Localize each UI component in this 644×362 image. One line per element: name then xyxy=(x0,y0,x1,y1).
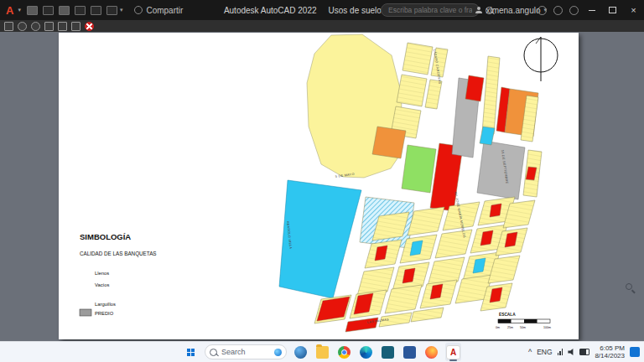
zoom-icon[interactable] xyxy=(31,22,40,31)
share-button[interactable]: Compartir xyxy=(134,6,183,15)
taskbar-app-firefox[interactable] xyxy=(423,343,439,361)
save-icon[interactable] xyxy=(59,6,70,15)
open-file-icon[interactable] xyxy=(43,6,54,15)
search-icon xyxy=(210,349,217,356)
undo-icon[interactable] xyxy=(91,6,101,15)
scale-tick: 100m xyxy=(543,326,551,329)
taskbar-app-chrome[interactable] xyxy=(336,343,352,361)
drawing-canvas[interactable]: LÁZARO CÁRDENAS 5 DE MAYO AV. JOSÉ MARÍA… xyxy=(59,33,579,339)
start-button[interactable] xyxy=(183,343,199,361)
window-title: Autodesk AutoCAD 2022 Usos de suelo.dwg xyxy=(224,6,399,15)
taskbar-search[interactable]: Search xyxy=(205,344,287,359)
help-icon[interactable] xyxy=(569,6,579,15)
user-icon xyxy=(475,7,482,13)
time: 6:05 PM xyxy=(595,344,625,352)
green-block xyxy=(402,145,436,193)
folder-icon xyxy=(316,346,329,359)
battery-icon[interactable] xyxy=(579,349,589,355)
notification-center-icon[interactable] xyxy=(630,347,640,357)
scale-tick: 0m xyxy=(496,326,500,329)
close-button[interactable]: × xyxy=(623,0,644,20)
legend-item-predio: PREDIO xyxy=(95,311,114,316)
print-icon[interactable] xyxy=(75,6,86,15)
north-arrow[interactable] xyxy=(524,37,558,81)
app-store-icon[interactable] xyxy=(538,6,547,15)
widgets-icon xyxy=(294,346,307,359)
word-icon xyxy=(403,346,416,359)
taskbar-app-autocad[interactable]: A xyxy=(445,343,461,361)
search-assistant-icon xyxy=(274,349,282,356)
taskbar-app-teams[interactable] xyxy=(380,343,396,361)
parcel-blocks[interactable] xyxy=(279,34,542,332)
redo-icon[interactable] xyxy=(106,6,117,15)
close-icon: × xyxy=(631,5,636,15)
minimize-button[interactable] xyxy=(581,0,602,20)
volume-icon[interactable] xyxy=(568,349,574,355)
user-name: ximena.angulo xyxy=(486,6,540,15)
predio-swatch xyxy=(80,309,91,316)
orange-block xyxy=(372,127,406,158)
layout-paper[interactable]: LÁZARO CÁRDENAS 5 DE MAYO AV. JOSÉ MARÍA… xyxy=(59,33,579,339)
windows-taskbar: Search A ^ ENG 6:05 PM 8/14/2023 xyxy=(0,341,644,362)
taskbar-search-label: Search xyxy=(221,348,246,356)
title-bar: A ▾ ▾ Compartir Autodesk AutoCAD 2022 Us… xyxy=(0,0,644,20)
taskbar-app-word[interactable] xyxy=(402,343,418,361)
view-toolbar xyxy=(0,20,644,32)
new-file-icon[interactable] xyxy=(27,6,38,15)
windows-logo-icon xyxy=(187,349,195,356)
legend-subtitle: CALIDAD DE LAS BANQUETAS xyxy=(80,251,157,257)
clock[interactable]: 6:05 PM 8/14/2023 xyxy=(595,344,625,359)
autocad-icon: A xyxy=(446,345,460,359)
grid-icon[interactable] xyxy=(58,22,67,31)
measure-icon[interactable] xyxy=(71,22,80,31)
scale-bar: ESCALA 0m 25m 50m 100m xyxy=(496,313,551,329)
date: 8/14/2023 xyxy=(595,352,625,359)
legend-item: Llenos xyxy=(95,271,109,276)
app-title: Autodesk AutoCAD 2022 xyxy=(224,6,317,15)
model-canvas[interactable]: LÁZARO CÁRDENAS 5 DE MAYO AV. JOSÉ MARÍA… xyxy=(0,32,644,342)
share-label: Compartir xyxy=(146,6,183,15)
pan-icon[interactable] xyxy=(18,22,27,31)
taskbar-app-edge[interactable] xyxy=(358,343,374,361)
qat-dropdown-icon[interactable]: ▾ xyxy=(120,7,123,13)
network-icon[interactable] xyxy=(558,349,564,355)
scale-tick: 50m xyxy=(520,326,526,329)
minimize-icon xyxy=(589,10,595,11)
scale-tick: 25m xyxy=(507,326,513,329)
workspace-icon[interactable] xyxy=(4,22,13,31)
maximize-button[interactable] xyxy=(602,0,623,20)
legend: SIMBOLOGÍA CALIDAD DE LAS BANQUETAS Llen… xyxy=(80,232,157,316)
maximize-icon xyxy=(609,7,616,13)
help-search-box[interactable] xyxy=(381,3,480,17)
legend-item: Vacíos xyxy=(95,282,109,287)
notifications-icon[interactable] xyxy=(553,6,563,15)
legend-item: Larguillos xyxy=(95,302,116,307)
app-menu-caret-icon[interactable]: ▾ xyxy=(18,7,21,13)
share-icon xyxy=(134,6,143,14)
teams-icon xyxy=(382,346,394,359)
system-tray: ^ ENG 6:05 PM 8/14/2023 xyxy=(528,342,640,362)
edge-icon xyxy=(360,346,372,359)
language-indicator[interactable]: ENG xyxy=(537,348,552,356)
firefox-icon xyxy=(425,346,438,359)
legend-title: SIMBOLOGÍA xyxy=(80,232,131,241)
autocad-logo-icon[interactable]: A xyxy=(0,4,18,17)
chevron-up-icon[interactable]: ^ xyxy=(528,348,532,356)
taskbar-app-file-explorer[interactable] xyxy=(314,343,330,361)
zoom-cursor-icon xyxy=(626,283,634,292)
help-search-input[interactable] xyxy=(387,5,474,15)
chrome-icon xyxy=(338,346,351,359)
scale-label: ESCALA xyxy=(499,313,516,317)
taskbar-app-widgets[interactable] xyxy=(293,343,309,361)
layers-icon[interactable] xyxy=(44,22,54,31)
close-view-icon[interactable] xyxy=(85,22,94,31)
